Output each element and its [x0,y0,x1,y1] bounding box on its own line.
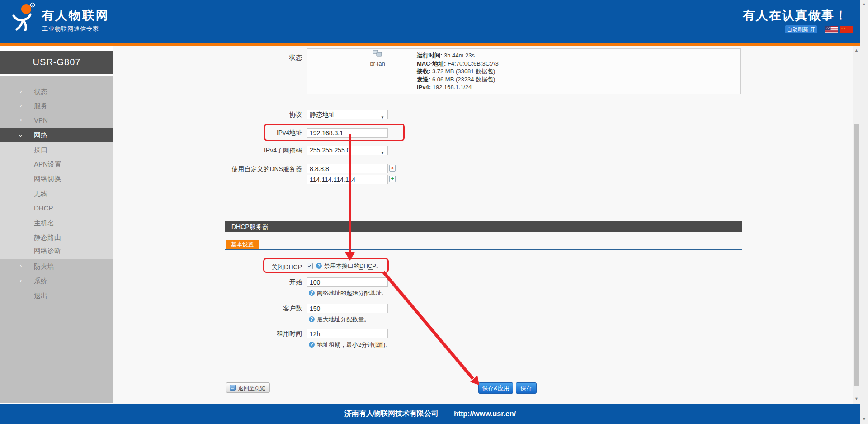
footer-url-link[interactable]: http://www.usr.cn/ [454,410,516,418]
dhcp-limit-input[interactable] [307,304,388,313]
help-icon: ? [309,342,315,348]
ipv4-address-label: IPv4地址 [181,128,302,137]
sidebar-item-logout[interactable]: 退出 [0,291,113,301]
dhcp-start-label: 开始 [181,277,302,286]
sidebar-item-network[interactable]: ⌄网络 [0,130,113,140]
content-scroll-up-icon[interactable]: ▲ [853,48,860,52]
tab-underline [225,249,742,250]
help-icon: ? [316,263,322,269]
netmask-select[interactable]: 255.255.255.0▼ [307,146,388,155]
sidebar-item-system[interactable]: ›系统 [0,276,113,286]
dhcp-limit-help: 最大地址分配数量。 [317,316,370,323]
dhcp-start-input[interactable] [307,277,388,287]
auto-refresh-toggle[interactable]: 自动刷新 开 [785,25,817,33]
dhcp-leasetime-input[interactable] [307,329,388,338]
top-header: R 有人物联网 工业物联网通信专家 有人在认真做事！ 自动刷新 开 [0,0,860,43]
interface-column: br-lan [357,50,398,67]
sidebar-item-static-routes[interactable]: 静态路由 [0,233,113,243]
dhcp-start-help: 网络地址的起始分配基址。 [317,290,387,297]
sidebar-item-apn-settings[interactable]: APN设置 [0,159,113,169]
dhcp-abbr: DHCP [359,262,376,270]
dhcp-leasetime-label: 租用时间 [181,329,302,338]
status-ipv4: IPv4: 192.168.1.1/24 [417,83,499,91]
content-scroll-down-icon[interactable]: ▼ [853,396,860,401]
tab-basic-settings[interactable]: 基本设置 [226,240,259,249]
header-accent-bar [0,43,860,46]
save-button[interactable]: 保存 [516,382,537,394]
sidebar-item-hostname[interactable]: 主机名 [0,218,113,228]
usr-logo-icon: R [9,2,35,31]
header-slogan: 有人在认真做事！ [743,7,848,24]
chevron-right-icon: › [20,116,22,123]
scroll-up-icon[interactable]: ▲ [860,2,868,6]
disable-dhcp-label: 关闭DHCP [181,262,302,272]
router-admin-page: R 有人物联网 工业物联网通信专家 有人在认真做事！ 自动刷新 开 USR-G8… [0,0,868,424]
dropdown-caret-icon: ▼ [381,113,384,122]
chevron-right-icon: › [20,262,22,269]
sidebar-item-dhcp[interactable]: DHCP [0,203,113,213]
dns-add-icon[interactable]: + [389,176,396,182]
ipv4-address-input[interactable] [307,128,388,138]
dhcp-leasetime-help: 地址租期，最小2分钟(2m)。 [317,341,391,348]
protocol-label: 协议 [181,110,302,119]
language-english-flag-icon[interactable] [825,26,838,33]
dns-input-2[interactable] [307,175,388,184]
scroll-down-icon[interactable]: ▼ [860,417,868,421]
chevron-right-icon: › [20,102,22,109]
status-uptime: 运行时间: 3h 44m 23s [417,52,499,60]
custom-dns-label: 使用自定义的DNS服务器 [181,164,302,173]
save-apply-button[interactable]: 保存&应用 [478,382,513,394]
sidebar-item-interfaces[interactable]: 接口 [0,145,113,155]
chevron-right-icon: › [20,277,22,284]
dhcp-section-header: DHCP服务器 [225,221,742,232]
status-tx: 发送: 6.06 MB (23234 数据包) [417,76,499,84]
chevron-down-icon: ⌄ [18,131,23,138]
brand-subtitle: 工业物联网通信专家 [42,25,99,33]
interface-name: br-lan [357,60,398,67]
brand-title: 有人物联网 [42,7,109,24]
help-icon: ? [309,290,315,296]
status-rx: 接收: 3.72 MB (33681 数据包) [417,67,499,76]
language-chinese-flag-icon[interactable] [840,26,853,33]
content-scrollbar-thumb[interactable] [854,124,859,386]
sidebar-item-firewall[interactable]: ›防火墙 [0,262,113,272]
netmask-label: IPv4子网掩码 [181,146,302,155]
device-model-title: USR-G807 [0,51,113,74]
status-label: 状态 [181,53,302,62]
min-lease-code: 2m [375,342,383,348]
back-to-overview-button[interactable]: ← 返回至总览 [226,382,270,393]
status-mac: MAC-地址: F4:70:0C:6B:3C:A3 [417,60,499,68]
sidebar-item-wireless[interactable]: 无线 [0,189,113,199]
bridge-interface-icon [373,50,382,57]
dhcp-limit-label: 客户数 [181,304,302,313]
disable-dhcp-checkbox[interactable]: ✔ [307,263,313,269]
sidebar-item-network-switch[interactable]: 网络切换 [0,174,113,184]
sidebar-item-vpn[interactable]: ›VPN [0,115,113,125]
chevron-right-icon: › [20,88,22,95]
help-icon: ? [309,316,315,322]
disable-dhcp-help: 禁用本接口的DHCP。 [324,262,382,270]
dns-input-1[interactable] [307,164,388,173]
svg-text:R: R [32,4,34,7]
dropdown-caret-icon: ▼ [381,149,384,157]
back-arrow-icon: ← [230,385,236,391]
protocol-select[interactable]: 静态地址▼ [307,110,388,119]
sidebar-item-services[interactable]: ›服务 [0,101,113,111]
interface-status-details: 运行时间: 3h 44m 23s MAC-地址: F4:70:0C:6B:3C:… [417,52,499,91]
footer-company: 济南有人物联网技术有限公司 [344,409,439,419]
dns-remove-icon[interactable]: ✕ [389,165,396,172]
sidebar-item-diagnostics[interactable]: 网络诊断 [0,246,113,256]
page-footer: 济南有人物联网技术有限公司 http://www.usr.cn/ [0,404,860,424]
sidebar-item-status[interactable]: ›状态 [0,87,113,97]
window-scrollbar-track[interactable] [860,0,868,424]
